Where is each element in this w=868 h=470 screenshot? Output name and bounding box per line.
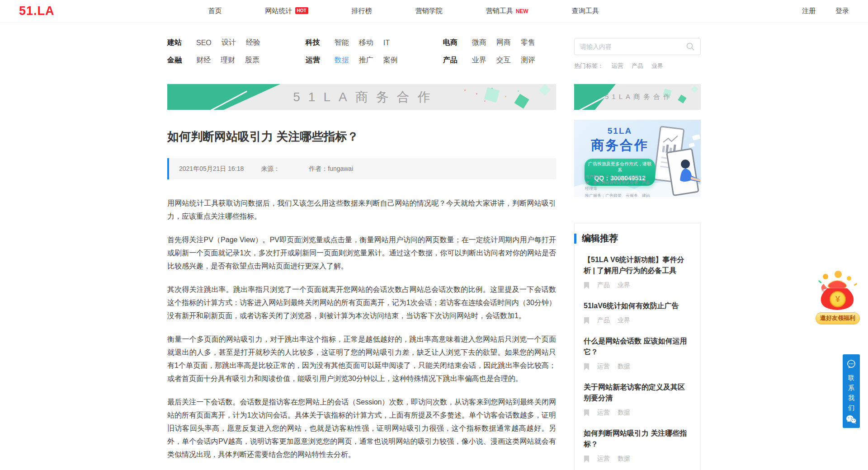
new-badge: NEW bbox=[516, 8, 528, 14]
contact-us-label: 联系我们 bbox=[848, 373, 855, 413]
recommend-item-tag[interactable]: 数据 bbox=[618, 455, 630, 463]
invite-reward-label: 邀好友领福利 bbox=[816, 312, 860, 324]
category-link-interaction[interactable]: 交互 bbox=[496, 56, 511, 65]
category-link-promotion[interactable]: 推广 bbox=[359, 56, 373, 65]
paragraph: 最后关注一下会话数。会话数是指访客在您网站上的会话（Session）次数，即访问… bbox=[167, 395, 556, 461]
search-box bbox=[574, 38, 701, 55]
category-head-ecommerce[interactable]: 电商 bbox=[443, 38, 458, 47]
ad-contact-line: 广告投放及更多合作方式，请联系 bbox=[587, 161, 652, 174]
banner-text: 51LA商务合作 bbox=[602, 93, 673, 101]
paragraph: 用网站统计工具获取访问数据后，我们又该怎么用这些数据来判断自己网站的情况呢？今天… bbox=[167, 197, 556, 223]
hot-badge: HOT bbox=[295, 7, 308, 14]
recommend-item-title[interactable]: 什么是网站会话数 应该如何运用它？ bbox=[584, 336, 691, 357]
recommend-item-tag[interactable]: 数据 bbox=[618, 409, 630, 417]
category-head-operations[interactable]: 运营 bbox=[306, 56, 320, 65]
nav-item-rankings[interactable]: 排行榜 bbox=[352, 7, 372, 15]
recommend-item: 什么是网站会话数 应该如何运用它？ 运营 数据 bbox=[584, 336, 691, 371]
hot-tag-product[interactable]: 产品 bbox=[632, 62, 643, 70]
nav-item-home[interactable]: 首页 bbox=[208, 7, 222, 15]
source-label: 来源： bbox=[261, 165, 280, 173]
category-head-build[interactable]: 建站 bbox=[167, 38, 182, 47]
category-head-tech[interactable]: 科技 bbox=[306, 38, 320, 47]
category-link-seo[interactable]: SEO bbox=[196, 39, 212, 47]
nav-item-query-tools[interactable]: 查询工具 bbox=[572, 7, 599, 15]
category-link-ai[interactable]: 智能 bbox=[335, 38, 349, 47]
nav-item-site-stats[interactable]: 网站统计HOT bbox=[265, 7, 308, 15]
search-input[interactable] bbox=[580, 43, 686, 50]
category-group-build: 建站 SEO 设计 经验 金融 财经 理财 股票 bbox=[167, 38, 260, 73]
recommend-item: 如何判断网站吸引力 关注哪些指标？ 运营 数据 bbox=[584, 428, 691, 463]
category-link-caijing[interactable]: 财经 bbox=[196, 56, 211, 65]
ad-brand: 51LA bbox=[584, 126, 656, 136]
category-link-stocks[interactable]: 股票 bbox=[245, 56, 259, 65]
paragraph: 其次得关注跳出率。跳出率指只浏览了一个页面就离开您网站的会话次数占网站总会话次数… bbox=[167, 283, 556, 322]
article-meta-bar: 2021年05月21日 16:18 来源： 作者：fungawai bbox=[167, 158, 556, 179]
publish-date: 2021年05月21日 16:18 bbox=[179, 165, 244, 173]
register-link[interactable]: 注册 bbox=[802, 7, 816, 15]
search-icon[interactable] bbox=[686, 42, 695, 51]
recommend-item-tag[interactable]: 运营 bbox=[597, 455, 610, 463]
article-column: 51LA商务合作 如何判断网站吸引力 关注哪些指标？ 2021年05月21日 1… bbox=[167, 84, 556, 470]
category-link-experience[interactable]: 经验 bbox=[246, 38, 260, 47]
sidebar-coop-banner[interactable]: 51LA商务合作 bbox=[574, 84, 701, 110]
article-body: 用网站统计工具获取访问数据后，我们又该怎么用这些数据来判断自己网站的情况呢？今天… bbox=[167, 197, 556, 461]
recommend-item-tag[interactable]: 业界 bbox=[618, 281, 630, 289]
recommend-item-title[interactable]: 51laV6统计如何有效防止广告 bbox=[584, 301, 691, 311]
recommend-item-tag[interactable]: 数据 bbox=[618, 362, 630, 371]
paragraph: 衡量一个多页面的网站吸引力，对于跳出率这个指标，正常是越低越好的，跳出率高意味着… bbox=[167, 333, 556, 385]
category-link-cases[interactable]: 案例 bbox=[383, 56, 398, 65]
recommend-item-title[interactable]: 【51LA V6统计新功能】事件分析 | 了解用户行为的必备工具 bbox=[584, 254, 691, 276]
category-link-mobile[interactable]: 移动 bbox=[359, 38, 373, 47]
login-link[interactable]: 登录 bbox=[835, 7, 849, 15]
category-link-wangshang[interactable]: 网商 bbox=[496, 38, 511, 47]
recommend-item-tag[interactable]: 产品 bbox=[597, 281, 610, 289]
accent-bar bbox=[574, 234, 576, 244]
category-head-finance[interactable]: 金融 bbox=[167, 56, 182, 65]
recommend-item: 关于网站新老访客的定义及其区别要分清 运营 数据 bbox=[584, 382, 691, 417]
category-link-it[interactable]: IT bbox=[383, 39, 390, 47]
hot-tags: 热门标签： 运营 产品 业界 bbox=[574, 62, 701, 70]
bookmark-icon bbox=[584, 409, 590, 416]
recommend-item-tag[interactable]: 产品 bbox=[597, 316, 610, 324]
hot-tags-label: 热门标签： bbox=[574, 62, 604, 70]
bookmark-icon bbox=[584, 363, 590, 370]
category-link-weishang[interactable]: 微商 bbox=[472, 38, 486, 47]
bookmark-icon bbox=[584, 282, 590, 289]
category-link-data-active[interactable]: 数据 bbox=[335, 56, 349, 65]
invite-reward-widget[interactable]: ¥ 邀好友领福利 bbox=[816, 270, 859, 324]
recommend-item-tag[interactable]: 业界 bbox=[618, 316, 630, 324]
category-link-licai[interactable]: 理财 bbox=[221, 56, 235, 65]
page-title: 如何判断网站吸引力 关注哪些指标？ bbox=[167, 129, 556, 145]
nav-item-marketing-academy[interactable]: 营销学院 bbox=[415, 7, 443, 15]
category-head-product[interactable]: 产品 bbox=[443, 56, 458, 65]
banner-text: 51LA商务合作 bbox=[285, 89, 438, 106]
bookmark-icon bbox=[584, 456, 590, 462]
sidebar: 51LA商务合作 bbox=[574, 84, 701, 470]
contact-us-button[interactable]: 联系我们 bbox=[843, 354, 860, 418]
banner-green-shape bbox=[167, 84, 280, 110]
nav-item-marketing-tools[interactable]: 营销工具NEW bbox=[486, 7, 528, 15]
top-header: 51.LA 首页 网站统计HOT 排行榜 营销学院 营销工具NEW 查询工具 注… bbox=[0, 0, 868, 23]
recommend-item-title[interactable]: 关于网站新老访客的定义及其区别要分清 bbox=[584, 382, 691, 404]
recommend-item-tag[interactable]: 运营 bbox=[597, 362, 610, 371]
author-label: 作者：fungawai bbox=[309, 165, 353, 173]
business-coop-ad[interactable]: 51LA 商务合作 广告投放及更多合作方式，请联系 QQ：3008049512 … bbox=[574, 120, 701, 197]
business-coop-banner[interactable]: 51LA商务合作 bbox=[167, 84, 556, 110]
wechat-button[interactable] bbox=[843, 411, 860, 428]
hot-tag-operations[interactable]: 运营 bbox=[612, 62, 623, 70]
ad-services-note: 推广服务：广告联盟、云服务、建站服务、营销服务等 bbox=[585, 193, 654, 197]
editor-recommend-panel: 编辑推荐 【51LA V6统计新功能】事件分析 | 了解用户行为的必备工具 产品… bbox=[574, 223, 701, 470]
recommend-item-title[interactable]: 如何判断网站吸引力 关注哪些指标？ bbox=[584, 428, 691, 450]
hot-tag-industry[interactable]: 业界 bbox=[651, 62, 663, 70]
category-link-design[interactable]: 设计 bbox=[222, 38, 236, 47]
search-area: 热门标签： 运营 产品 业界 bbox=[574, 38, 701, 73]
category-group-tech: 科技 智能 移动 IT 运营 数据 推广 案例 bbox=[306, 38, 398, 73]
category-link-retail[interactable]: 零售 bbox=[521, 38, 535, 47]
site-logo[interactable]: 51.LA bbox=[19, 4, 55, 18]
paragraph: 首先得关注PV（Page View）。PV即页面浏览量或点击量，衡量网站用户访问… bbox=[167, 233, 556, 273]
category-link-industry[interactable]: 业界 bbox=[472, 56, 486, 65]
recommend-item: 51laV6统计如何有效防止广告 产品 业界 bbox=[584, 301, 691, 324]
recommend-item-tag[interactable]: 运营 bbox=[597, 409, 610, 417]
ad-title: 商务合作 bbox=[584, 136, 656, 155]
category-link-review[interactable]: 测评 bbox=[521, 56, 535, 65]
